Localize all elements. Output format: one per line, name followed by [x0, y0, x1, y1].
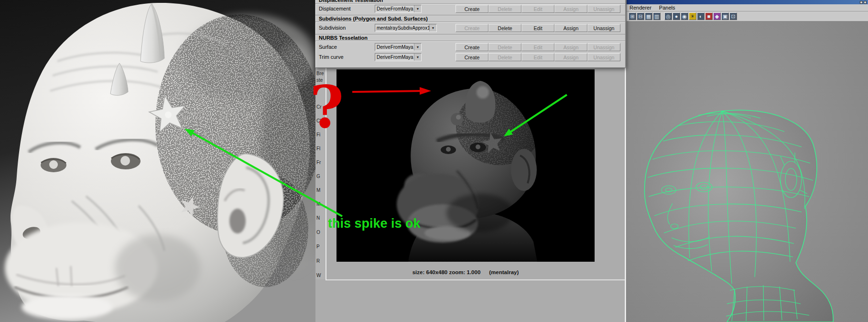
edit-button: Edit — [521, 43, 554, 51]
strip-fragment: W — [316, 273, 321, 278]
dropdown-value: DeriveFromMaya — [375, 44, 414, 50]
strip-fragment: P — [316, 244, 320, 249]
wireframe-viewport[interactable] — [627, 22, 868, 322]
sculpt-head-image — [0, 0, 315, 322]
field-label: Surface — [319, 44, 337, 50]
unassign-button: Unassign — [587, 43, 620, 51]
delete-button: Delete — [488, 5, 521, 13]
section-header-nurbs: NURBS Tesselation — [315, 34, 625, 41]
create-button[interactable]: Create — [456, 53, 488, 61]
edit-button[interactable]: Edit — [521, 24, 554, 32]
dropdown-value: DeriveFromMaya — [375, 6, 414, 11]
assign-button: Assign — [554, 53, 587, 61]
use-all-lights-icon[interactable]: ◐ — [697, 12, 705, 20]
maya-viewport-panel: Renderer Panels ⊞ ⊟ ▦ ▥ ◎ ● ◉ ☀ ◐ ■ ◆ ▣ … — [626, 0, 868, 322]
create-button[interactable]: Create — [456, 5, 488, 13]
shadows-icon[interactable]: ■ — [705, 12, 713, 20]
strip-fragment: M — [316, 201, 320, 207]
smooth-shade-icon[interactable]: ● — [673, 12, 680, 20]
delete-button: Delete — [488, 53, 521, 61]
subdivision-approx-dropdown[interactable]: mentalraySubdivApprox1 ▼ — [375, 24, 437, 32]
surface-method-dropdown[interactable]: DeriveFromMaya ▼ — [375, 43, 422, 51]
sculpt-viewport — [0, 0, 315, 322]
delete-button: Delete — [488, 43, 521, 51]
assign-button: Assign — [554, 5, 587, 13]
displacement-row: Displacement DeriveFromMaya ▼ Create Del… — [315, 4, 625, 13]
rendered-head-image — [336, 69, 595, 262]
render-status-bar: size: 640x480 zoom: 1.000 (mentalray) — [336, 269, 595, 275]
strip-fragment: ste — [316, 78, 323, 83]
create-button[interactable]: Create — [456, 43, 488, 51]
edit-button: Edit — [521, 53, 554, 61]
strip-fragment: Fi — [316, 132, 320, 137]
strip-fragment: Fl — [316, 146, 320, 151]
panel-menubar: Renderer Panels — [627, 4, 868, 11]
chevron-down-icon[interactable]: ▼ — [429, 24, 436, 32]
strip-fragment: O — [316, 230, 320, 235]
viewport-toolbar: ⊞ ⊟ ▦ ▥ ◎ ● ◉ ☀ ◐ ■ ◆ ▣ ⊡ — [627, 11, 868, 22]
renderer-name-text: (mentalray) — [489, 269, 519, 275]
default-light-icon[interactable]: ☀ — [689, 12, 696, 20]
trim-curve-row: Trim curve DeriveFromMaya ▼ Create Delet… — [315, 53, 625, 62]
four-pane-layout-icon[interactable]: ⊟ — [637, 12, 644, 20]
field-label: Subdivision — [319, 25, 346, 31]
wireframe-head-model — [627, 22, 868, 322]
unassign-button: Unassign — [587, 53, 620, 61]
section-header-subdivisions: Subdivisions (Polygon and Subd. Surfaces… — [315, 15, 625, 22]
chevron-down-icon[interactable]: ▼ — [414, 44, 421, 51]
grid-display-icon[interactable]: ▣ — [721, 12, 729, 20]
window-edge — [326, 67, 326, 280]
render-size-zoom-text: size: 640x480 zoom: 1.000 — [412, 269, 481, 275]
horizontal-split-layout-icon[interactable]: ▦ — [645, 12, 652, 20]
titlebar-control-icon[interactable] — [864, 1, 867, 4]
section-header-displacement: Displacement Tesselation — [315, 0, 625, 4]
dropdown-value: DeriveFromMaya — [375, 55, 414, 60]
subdivision-row: Subdivision mentalraySubdivApprox1 ▼ Cre… — [315, 23, 625, 33]
field-label: Displacement — [319, 6, 351, 11]
textured-display-icon[interactable]: ◉ — [681, 12, 688, 20]
screenshot-root: Bre ste Cr Cl Fi Fl Fr G M M N O P R W — [0, 0, 868, 322]
edit-button: Edit — [521, 5, 554, 13]
assign-button: Assign — [554, 43, 587, 51]
wireframe-display-icon[interactable]: ◎ — [664, 12, 672, 20]
strip-fragment: Cr — [316, 104, 322, 110]
film-gate-icon[interactable]: ⊡ — [729, 12, 737, 20]
menu-renderer[interactable]: Renderer — [629, 5, 651, 11]
rendered-image-area — [336, 69, 595, 262]
field-label: Trim curve — [319, 54, 344, 60]
chevron-down-icon[interactable]: ▼ — [414, 54, 421, 61]
trim-curve-method-dropdown[interactable]: DeriveFromMaya ▼ — [375, 53, 422, 61]
single-pane-layout-icon[interactable]: ⊞ — [629, 12, 636, 20]
texture-view-icon[interactable]: ◆ — [713, 12, 721, 20]
delete-button[interactable]: Delete — [488, 24, 521, 32]
strip-fragment: N — [316, 215, 320, 221]
create-button: Create — [456, 24, 488, 32]
surface-row: Surface DeriveFromMaya ▼ Create Delete E… — [315, 43, 625, 52]
strip-fragment: Fr — [316, 160, 321, 165]
strip-fragment: R — [316, 258, 320, 264]
dropdown-value: mentalraySubdivApprox1 — [375, 25, 429, 31]
vertical-split-layout-icon[interactable]: ▥ — [653, 12, 661, 20]
strip-fragment: G — [316, 174, 320, 179]
unassign-button[interactable]: Unassign — [587, 24, 620, 32]
assign-button[interactable]: Assign — [554, 24, 587, 32]
unassign-button: Unassign — [587, 5, 620, 13]
window-edge — [326, 279, 625, 280]
titlebar-control-icon[interactable] — [860, 1, 863, 4]
chevron-down-icon[interactable]: ▼ — [414, 5, 421, 12]
strip-fragment: Cl — [316, 118, 321, 123]
strip-fragment: M — [316, 188, 320, 193]
displacement-method-dropdown[interactable]: DeriveFromMaya ▼ — [375, 5, 422, 13]
tessellation-attributes-dialog: Displacement Tesselation Displacement De… — [315, 0, 626, 68]
menu-panels[interactable]: Panels — [659, 5, 675, 11]
strip-fragment: Bre — [316, 71, 324, 76]
panel-titlebar — [627, 0, 868, 4]
attribute-strip: Bre ste Cr Cl Fi Fl Fr G M M N O P R W — [315, 67, 326, 279]
